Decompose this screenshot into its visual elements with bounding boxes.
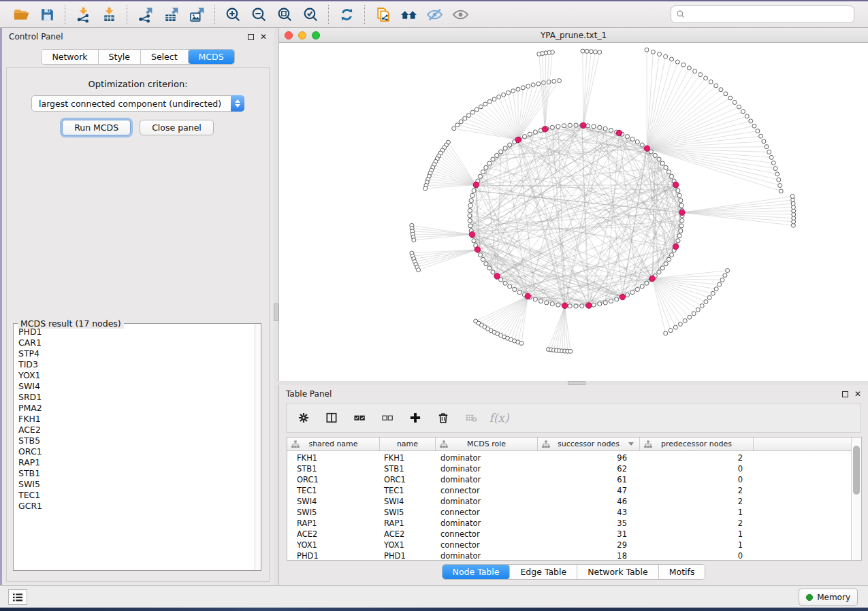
column-header-shared-name[interactable]: shared name bbox=[287, 437, 380, 450]
list-item[interactable]: TID3 bbox=[18, 359, 251, 370]
zoom-selected-button[interactable] bbox=[298, 4, 323, 24]
list-item[interactable]: TEC1 bbox=[18, 490, 251, 501]
add-column-button[interactable] bbox=[406, 409, 424, 427]
network-canvas[interactable] bbox=[279, 43, 868, 381]
close-panel-icon[interactable]: ✕ bbox=[260, 33, 267, 41]
table-row[interactable]: STB1STB1dominator620 bbox=[287, 463, 851, 474]
vertical-splitter[interactable] bbox=[274, 28, 278, 585]
table-row[interactable]: PHD1PHD1dominator180 bbox=[287, 550, 851, 560]
list-item[interactable]: ACE2 bbox=[18, 425, 251, 435]
table-cell: STB1 bbox=[287, 463, 380, 474]
delete-column-button[interactable] bbox=[434, 409, 452, 427]
table-row[interactable]: TEC1TEC1connector472 bbox=[287, 485, 851, 496]
column-header-mcds-role[interactable]: MCDS role bbox=[436, 437, 538, 450]
list-item[interactable]: PMA2 bbox=[18, 403, 251, 414]
select-all-columns-button[interactable] bbox=[351, 409, 368, 427]
tab-network-table[interactable]: Network Table bbox=[577, 565, 659, 579]
table-cell bbox=[754, 485, 851, 496]
table-cell: dominator bbox=[436, 496, 538, 507]
tab-motifs[interactable]: Motifs bbox=[659, 565, 705, 579]
float-panel-icon[interactable] bbox=[248, 34, 254, 40]
first-neighbors-button[interactable] bbox=[396, 4, 421, 24]
open-file-button[interactable] bbox=[8, 4, 34, 24]
list-item[interactable]: STB5 bbox=[18, 435, 251, 446]
column-header-filler bbox=[754, 437, 851, 450]
show-columns-button[interactable] bbox=[323, 409, 340, 427]
table-row[interactable]: SWI4SWI4dominator462 bbox=[287, 496, 851, 507]
table-cell: connector bbox=[436, 540, 538, 550]
export-table-button[interactable] bbox=[158, 4, 184, 24]
run-mcds-button[interactable]: Run MCDS bbox=[62, 120, 131, 135]
deselect-all-columns-button[interactable] bbox=[379, 409, 396, 427]
column-header-name[interactable]: name bbox=[380, 437, 436, 450]
delete-table-button[interactable] bbox=[462, 409, 480, 427]
list-item[interactable]: YOX1 bbox=[18, 370, 251, 381]
tab-select[interactable]: Select bbox=[141, 50, 189, 64]
zoom-in-button[interactable] bbox=[220, 4, 246, 24]
column-header-successor-nodes[interactable]: successor nodes bbox=[538, 437, 640, 450]
show-graphics-details-button[interactable] bbox=[447, 4, 473, 24]
task-history-button[interactable] bbox=[8, 589, 27, 605]
close-panel-icon[interactable]: ✕ bbox=[854, 390, 861, 398]
export-network-button[interactable] bbox=[132, 4, 158, 24]
search-input[interactable] bbox=[689, 10, 849, 19]
list-item[interactable]: RAP1 bbox=[18, 457, 251, 468]
table-row[interactable]: YOX1YOX1connector291 bbox=[287, 540, 851, 550]
tab-mcds[interactable]: MCDS bbox=[189, 50, 234, 64]
memory-button[interactable]: Memory bbox=[799, 589, 858, 606]
list-item[interactable]: CAR1 bbox=[18, 337, 251, 348]
network-window-titlebar[interactable]: YPA_prune.txt_1 bbox=[279, 28, 868, 43]
mcds-list-scrollbar[interactable] bbox=[255, 324, 261, 570]
table-row[interactable]: ACE2ACE2connector311 bbox=[287, 529, 851, 540]
table-row[interactable]: SWI5SWI5connector431 bbox=[287, 507, 851, 518]
list-item[interactable]: SWI5 bbox=[18, 479, 251, 490]
refresh-view-button[interactable] bbox=[334, 4, 359, 24]
splitter-handle[interactable] bbox=[274, 303, 278, 321]
table-panel-tabs: Node TableEdge TableNetwork TableMotifs bbox=[442, 564, 706, 580]
tab-network[interactable]: Network bbox=[42, 50, 98, 64]
mcds-result-title: MCDS result (17 nodes) bbox=[18, 318, 124, 329]
close-panel-button[interactable]: Close panel bbox=[140, 120, 214, 135]
list-item[interactable]: FKH1 bbox=[18, 414, 251, 425]
hide-graphics-details-button[interactable] bbox=[421, 4, 447, 24]
float-panel-icon[interactable] bbox=[842, 391, 848, 397]
list-item[interactable]: STP4 bbox=[18, 348, 251, 359]
table-panel-title: Table Panel bbox=[286, 389, 332, 399]
table-row[interactable]: RAP1RAP1dominator352 bbox=[287, 518, 851, 529]
table-cell: 61 bbox=[538, 474, 640, 485]
list-item[interactable]: GCR1 bbox=[18, 501, 251, 512]
duplicate-network-button[interactable] bbox=[370, 4, 396, 24]
list-item[interactable]: ORC1 bbox=[18, 446, 251, 457]
column-header-predecessor-nodes[interactable]: predecessor nodes bbox=[640, 437, 754, 450]
import-network-button[interactable] bbox=[70, 4, 96, 24]
zoom-out-button[interactable] bbox=[246, 4, 272, 24]
table-cell: FKH1 bbox=[287, 452, 380, 463]
function-builder-button[interactable]: f(x) bbox=[490, 409, 508, 427]
zoom-fit-button[interactable] bbox=[272, 4, 298, 24]
toolbar-separator bbox=[214, 5, 215, 24]
criterion-select[interactable]: largest connected component (undirected) bbox=[31, 95, 244, 112]
table-row[interactable]: ORC1ORC1dominator610 bbox=[287, 474, 851, 485]
save-session-button[interactable] bbox=[34, 4, 60, 24]
open-folder-icon bbox=[13, 6, 30, 23]
table-cell: ORC1 bbox=[380, 474, 436, 485]
import-table-button[interactable] bbox=[96, 4, 122, 24]
tab-edge-table[interactable]: Edge Table bbox=[510, 565, 577, 579]
table-cell: 0 bbox=[640, 550, 754, 560]
column-settings-button[interactable] bbox=[295, 409, 312, 427]
tab-style[interactable]: Style bbox=[99, 50, 141, 64]
import-table-icon bbox=[101, 6, 118, 23]
table-scrollbar[interactable] bbox=[851, 437, 861, 560]
control-panel-title: Control Panel bbox=[9, 32, 63, 42]
table-cell: dominator bbox=[436, 474, 538, 485]
list-item[interactable]: SRD1 bbox=[18, 392, 251, 403]
table-toolbar: f(x) bbox=[286, 403, 861, 433]
table-row[interactable]: FKH1FKH1dominator962 bbox=[287, 452, 851, 463]
duplicate-network-icon bbox=[374, 6, 391, 23]
list-item[interactable]: STB1 bbox=[18, 468, 251, 479]
scrollbar-thumb[interactable] bbox=[853, 446, 860, 495]
export-image-button[interactable] bbox=[184, 4, 210, 24]
tab-node-table[interactable]: Node Table bbox=[443, 565, 511, 579]
task-list-icon bbox=[12, 593, 23, 602]
list-item[interactable]: SWI4 bbox=[18, 381, 251, 392]
